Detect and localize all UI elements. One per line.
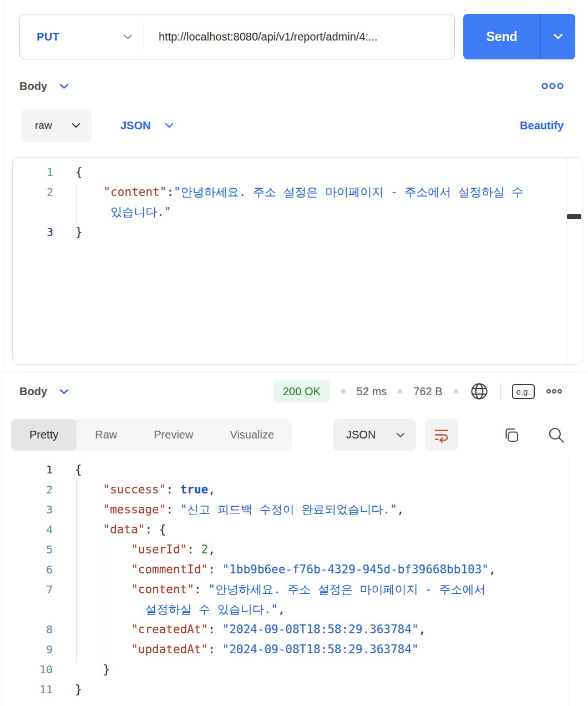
code-line: 3 "message": "신고 피드백 수정이 완료되었습니다.",: [0, 500, 588, 520]
code-line: 7 "content": "안녕하세요. 주소 설정은 마이페이지 - 주소에서: [0, 579, 588, 599]
line-number: 3: [0, 500, 53, 520]
line-number: 4: [0, 520, 53, 539]
code-line: 4 "data": {: [0, 520, 588, 539]
request-body-editor[interactable]: 1{2 "content":"안녕하세요. 주소 설정은 마이페이지 - 주소에…: [12, 157, 582, 365]
line-number: [13, 202, 53, 222]
indent-guide: [104, 539, 104, 659]
line-number: 7: [0, 579, 53, 599]
response-meta: 200 OK 52 ms 762 B e.g.: [273, 380, 562, 403]
send-label: Send: [463, 14, 540, 59]
request-body-label: Body: [19, 80, 47, 93]
panel-divider[interactable]: [0, 372, 588, 372]
code-line: 2 "content":"안녕하세요. 주소 설정은 마이페이지 - 주소에서 …: [13, 182, 582, 202]
code-line: 2 "success": true,: [0, 480, 588, 500]
meta-separator-dot: [398, 389, 402, 394]
code-line: 1{: [13, 162, 582, 182]
tab-raw[interactable]: Raw: [77, 419, 135, 451]
method-label: PUT: [37, 31, 59, 43]
code-line: 1{: [0, 460, 588, 480]
meta-separator-dot: [454, 389, 458, 394]
tab-visualize[interactable]: Visualize: [211, 419, 292, 451]
scrollbar-track: [566, 158, 567, 364]
status-badge: 200 OK: [273, 380, 330, 402]
line-number: 10: [0, 659, 53, 679]
response-view-tabs: PrettyRawPreviewVisualize: [11, 419, 292, 451]
code-line: 3}: [13, 222, 582, 242]
indent-guide: [76, 480, 77, 663]
search-icon: [547, 426, 566, 445]
response-body-viewer: 1{2 "success": true,3 "message": "신고 피드백…: [0, 456, 588, 706]
line-number: 11: [0, 679, 53, 699]
chevron-down-icon: [165, 123, 174, 128]
chevron-down-icon: [123, 34, 133, 40]
line-number: 1: [13, 162, 53, 182]
more-options-icon[interactable]: [541, 82, 564, 90]
code-line: 5 "userId": 2,: [0, 539, 588, 559]
code-line: 있습니다.": [13, 202, 582, 222]
code-line: 설정하실 수 있습니다.",: [0, 599, 588, 619]
chevron-down-icon: [72, 123, 80, 128]
copy-icon: [502, 426, 521, 445]
meta-divider: [500, 383, 501, 400]
line-number: 2: [13, 182, 53, 202]
body-language-label: JSON: [120, 119, 150, 132]
line-number: 6: [0, 559, 53, 579]
response-format-select[interactable]: JSON: [333, 419, 416, 451]
response-format-label: JSON: [346, 428, 376, 441]
chevron-down-icon: [396, 432, 405, 438]
body-mode-select[interactable]: raw: [21, 109, 92, 142]
chevron-down-icon[interactable]: [59, 83, 69, 89]
body-mode-label: raw: [35, 119, 52, 132]
example-badge[interactable]: e.g.: [512, 384, 535, 399]
scrollbar-thumb[interactable]: [567, 214, 581, 219]
response-header: Body 200 OK 52 ms 762 B e.g.: [19, 380, 588, 403]
code-line: 8 "createdAt": "2024-09-08T18:58:29.3637…: [0, 619, 588, 639]
response-size: 762 B: [413, 385, 442, 398]
request-body-header: Body: [19, 77, 564, 95]
line-number: 3: [13, 222, 53, 242]
scrollbar-track[interactable]: [569, 456, 569, 706]
send-options-button[interactable]: [541, 14, 575, 59]
meta-separator-dot: [341, 389, 346, 394]
line-number: 8: [0, 619, 53, 639]
response-body-label: Body: [19, 385, 47, 398]
search-response-button[interactable]: [546, 425, 566, 445]
code-line: 6 "commentId": "1bb9b6ee-f76b-4329-945d-…: [0, 559, 588, 579]
tab-preview[interactable]: Preview: [135, 419, 211, 451]
url-input[interactable]: http://localhost:8080/api/v1/report/admi…: [144, 31, 454, 43]
word-wrap-icon: [433, 426, 450, 444]
request-bar: PUT http://localhost:8080/api/v1/report/…: [19, 14, 575, 59]
response-time: 52 ms: [357, 385, 387, 398]
chevron-down-icon: [553, 33, 563, 40]
rest-client-app: { "request": { "method": "PUT", "url": "…: [0, 0, 588, 706]
copy-response-button[interactable]: [501, 425, 521, 445]
url-box: PUT http://localhost:8080/api/v1/report/…: [19, 14, 455, 59]
line-number: 1: [0, 460, 53, 480]
chevron-down-icon[interactable]: [59, 389, 69, 395]
indent-guide: [77, 182, 77, 223]
method-select[interactable]: PUT: [20, 14, 144, 59]
send-button[interactable]: Send: [463, 14, 575, 59]
tab-pretty[interactable]: Pretty: [11, 419, 77, 451]
panel-left-border: [4, 0, 5, 372]
line-number: 5: [0, 539, 53, 559]
line-number: 2: [0, 480, 53, 500]
code-line: 10 }: [0, 659, 588, 679]
line-number: 9: [0, 639, 53, 659]
beautify-button[interactable]: Beautify: [520, 119, 564, 132]
body-language-select[interactable]: JSON: [120, 119, 174, 132]
line-number: [0, 599, 53, 619]
code-line: 11}: [0, 679, 588, 699]
response-toolbar: PrettyRawPreviewVisualize JSON: [0, 419, 588, 451]
body-mode-row: raw JSON Beautify: [21, 109, 564, 142]
word-wrap-button[interactable]: [425, 419, 458, 451]
network-globe-icon[interactable]: [469, 381, 489, 401]
code-line: 9 "updatedAt": "2024-09-08T18:58:29.3637…: [0, 639, 588, 659]
more-options-icon[interactable]: [546, 389, 562, 394]
